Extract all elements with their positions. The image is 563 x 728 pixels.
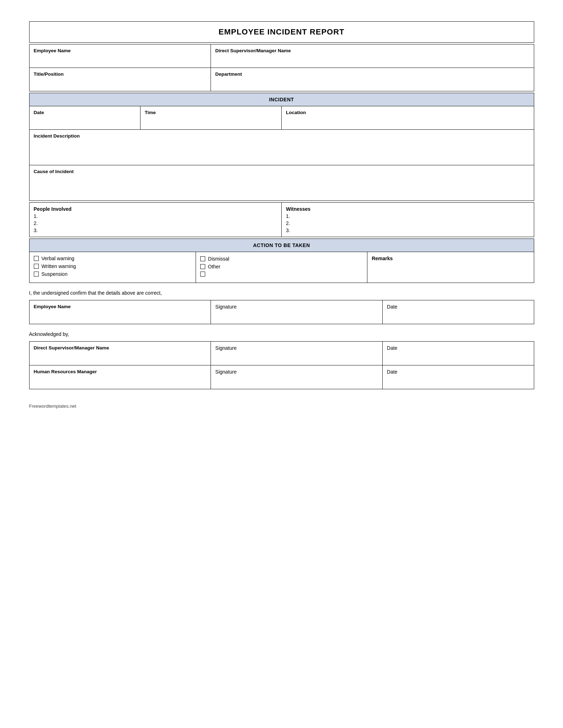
people-item-3: 3.	[34, 228, 277, 233]
sig2-supervisor-date-cell: Date	[382, 342, 534, 365]
written-warning-item[interactable]: Written warning	[34, 263, 191, 269]
sig1-signature-value[interactable]	[215, 310, 378, 320]
supervisor-name-label: Direct Supervisor/Manager Name	[215, 48, 529, 53]
people-item-2: 2.	[34, 220, 277, 226]
remarks-cell: Remarks	[367, 252, 534, 283]
date-cell: Date	[29, 106, 140, 130]
footer-text: Freewordtemplates.net	[29, 403, 534, 409]
employee-name-value[interactable]	[34, 53, 207, 64]
written-warning-checkbox[interactable]	[34, 264, 39, 269]
sig2-hr-signature-label: Signature	[215, 369, 378, 375]
witnesses-label: Witnesses	[286, 206, 530, 212]
title-position-label: Title/Position	[34, 71, 207, 77]
other-item[interactable]: Other	[200, 264, 363, 269]
sig1-employee-name-label: Employee Name	[34, 304, 207, 309]
written-warning-label: Written warning	[42, 263, 76, 269]
dismissal-label: Dismissal	[208, 256, 229, 262]
location-value[interactable]	[286, 115, 530, 126]
suspension-checkbox[interactable]	[34, 272, 39, 277]
form-container: EMPLOYEE INCIDENT REPORT Employee Name D…	[29, 21, 534, 409]
department-value[interactable]	[215, 77, 529, 87]
sig1-date-value[interactable]	[387, 310, 530, 320]
incident-description-cell[interactable]: Incident Description	[29, 130, 534, 165]
location-cell: Location	[281, 106, 534, 130]
sig1-date-label: Date	[387, 304, 530, 310]
dismissal-checkbox[interactable]	[200, 256, 205, 261]
sig1-signature-cell: Signature	[211, 300, 382, 324]
people-item-1: 1.	[34, 213, 277, 219]
incident-description-label: Incident Description	[34, 133, 530, 139]
employee-info-table: Employee Name Direct Supervisor/Manager …	[29, 44, 534, 91]
witness-item-1: 1.	[286, 213, 530, 219]
sig2-hr-date-label: Date	[387, 369, 530, 375]
acknowledged-text: Acknowledged by,	[29, 331, 534, 337]
sig2-supervisor-signature-label: Signature	[215, 345, 378, 351]
date-label: Date	[34, 110, 136, 115]
dismissal-item[interactable]: Dismissal	[200, 256, 363, 262]
sig2-supervisor-date-value[interactable]	[387, 351, 530, 362]
title-position-cell: Title/Position	[29, 68, 211, 91]
people-involved-label: People Involved	[34, 206, 277, 212]
action-header: ACTION TO BE TAKEN	[29, 239, 534, 252]
sig2-supervisor-signature-value[interactable]	[215, 351, 378, 362]
employee-name-cell: Employee Name	[29, 44, 211, 68]
sig2-hr-name-value[interactable]	[34, 374, 207, 385]
sig2-hr-signature-value[interactable]	[215, 375, 378, 385]
sig2-supervisor-signature-cell: Signature	[211, 342, 382, 365]
sig2-hr-date-cell: Date	[382, 365, 534, 389]
signature-table-2: Direct Supervisor/Manager Name Signature…	[29, 341, 534, 389]
other-checkbox[interactable]	[200, 264, 205, 269]
sig1-employee-name-cell: Employee Name	[29, 300, 211, 324]
blank-checkbox[interactable]	[200, 272, 205, 277]
sig2-supervisor-name-value[interactable]	[34, 350, 207, 361]
action-table: ACTION TO BE TAKEN Verbal warning Writte…	[29, 239, 534, 283]
verbal-warning-label: Verbal warning	[42, 256, 75, 261]
sig2-hr-date-value[interactable]	[387, 375, 530, 385]
sig2-supervisor-name-cell: Direct Supervisor/Manager Name	[29, 342, 211, 365]
blank-item[interactable]	[200, 272, 363, 277]
sig2-supervisor-date-label: Date	[387, 345, 530, 351]
department-label: Department	[215, 71, 529, 77]
witnesses-cell: Witnesses 1. 2. 3.	[282, 203, 534, 237]
report-title-box: EMPLOYEE INCIDENT REPORT	[29, 21, 534, 43]
time-value[interactable]	[145, 115, 277, 126]
confirmation-text: I, the undersigned confirm that the deta…	[29, 290, 534, 296]
sig2-hr-name-label: Human Resources Manager	[34, 369, 207, 374]
incident-header: INCIDENT	[29, 93, 534, 106]
suspension-item[interactable]: Suspension	[34, 271, 191, 277]
sig1-employee-name-value[interactable]	[34, 309, 207, 320]
sig1-signature-label: Signature	[215, 304, 378, 310]
date-value[interactable]	[34, 115, 136, 126]
supervisor-name-cell: Direct Supervisor/Manager Name	[211, 44, 534, 68]
time-label: Time	[145, 110, 277, 115]
suspension-label: Suspension	[42, 271, 68, 277]
remarks-label: Remarks	[372, 256, 393, 261]
employee-name-label: Employee Name	[34, 48, 207, 53]
witness-item-2: 2.	[286, 220, 530, 226]
sig2-hr-name-cell: Human Resources Manager	[29, 365, 211, 389]
sig2-supervisor-name-label: Direct Supervisor/Manager Name	[34, 345, 207, 350]
cause-of-incident-cell[interactable]: Cause of Incident	[29, 165, 534, 201]
sig2-hr-signature-cell: Signature	[211, 365, 382, 389]
witness-item-3: 3.	[286, 228, 530, 233]
time-cell: Time	[140, 106, 281, 130]
action-col1-cell: Verbal warning Written warning Suspensio…	[29, 252, 196, 283]
cause-of-incident-label: Cause of Incident	[34, 169, 530, 174]
title-position-value[interactable]	[34, 77, 207, 87]
signature-table-1: Employee Name Signature Date	[29, 300, 534, 324]
department-cell: Department	[211, 68, 534, 91]
verbal-warning-checkbox[interactable]	[34, 256, 39, 261]
verbal-warning-item[interactable]: Verbal warning	[34, 256, 191, 261]
other-label: Other	[208, 264, 221, 269]
people-witnesses-table: People Involved 1. 2. 3. Witnesses 1. 2.…	[29, 202, 534, 237]
report-title: EMPLOYEE INCIDENT REPORT	[35, 27, 528, 37]
incident-table: INCIDENT Date Time Location Incident Des…	[29, 93, 534, 201]
sig1-date-cell: Date	[382, 300, 534, 324]
supervisor-name-value[interactable]	[215, 53, 529, 64]
location-label: Location	[286, 110, 530, 115]
people-involved-cell: People Involved 1. 2. 3.	[29, 203, 282, 237]
action-col2-cell: Dismissal Other	[196, 252, 367, 283]
